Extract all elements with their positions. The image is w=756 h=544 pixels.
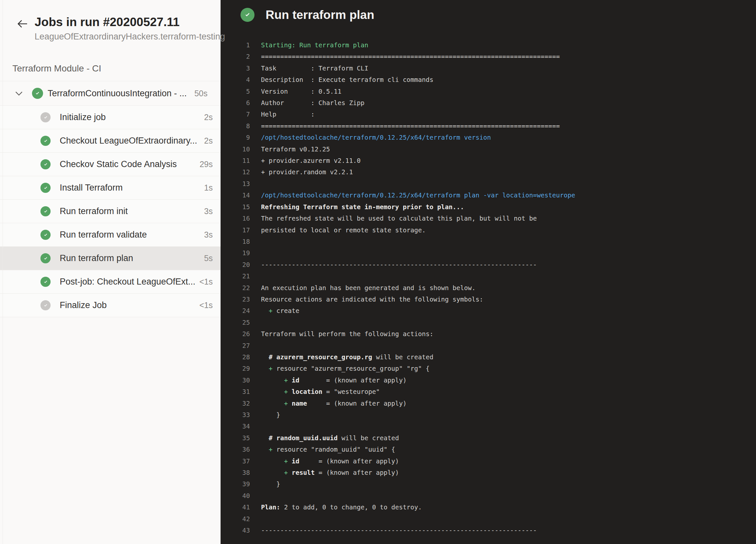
- step-row[interactable]: Install Terraform1s: [0, 176, 221, 200]
- line-number: 3: [221, 63, 250, 74]
- log-text: Help :: [261, 109, 315, 120]
- success-check-icon: [32, 88, 43, 99]
- log-title: Run terraform plan: [266, 8, 374, 22]
- log-line: 1Starting: Run terraform plan: [221, 39, 756, 51]
- log-segment: [261, 377, 284, 384]
- log-segment: will be created: [338, 434, 399, 442]
- line-number: 24: [221, 305, 250, 317]
- log-text: Description : Execute terraform cli comm…: [261, 74, 433, 85]
- line-number: 19: [221, 247, 250, 259]
- log-segment: = (known after apply): [299, 458, 399, 465]
- neutral-check-icon: [40, 112, 51, 122]
- step-label: Checkout LeagueOfExtraordinary...: [60, 136, 204, 146]
- step-row[interactable]: Post-job: Checkout LeagueOfExt...<1s: [0, 270, 221, 294]
- line-number: 15: [221, 201, 250, 213]
- log-line: 42: [221, 513, 756, 525]
- log-segment: Version : 0.5.11: [261, 88, 342, 95]
- log-segment: [261, 353, 269, 361]
- log-segment-green: +: [284, 400, 288, 407]
- step-row[interactable]: Run terraform init3s: [0, 200, 221, 223]
- log-line: 17persisted to local or remote state sto…: [221, 225, 756, 236]
- log-segment: [261, 458, 284, 465]
- log-output[interactable]: 1Starting: Run terraform plan2==========…: [221, 39, 756, 536]
- line-number: 5: [221, 86, 250, 97]
- step-duration: 2s: [204, 136, 213, 146]
- step-duration: 3s: [204, 230, 213, 240]
- log-line: 4Description : Execute terraform cli com…: [221, 74, 756, 85]
- log-text: ----------------------------------------…: [261, 525, 537, 536]
- chevron-down-icon[interactable]: [14, 89, 23, 98]
- step-row[interactable]: Run terraform validate3s: [0, 223, 221, 247]
- log-line: 8=======================================…: [221, 120, 756, 132]
- log-segment-bold: id: [292, 377, 299, 384]
- line-number: 41: [221, 502, 250, 513]
- log-segment-bold: # random_uuid.uuid: [269, 434, 337, 442]
- log-segment-command: /opt/hostedtoolcache/terraform/0.12.25/x…: [261, 134, 491, 141]
- log-text: + location = "westeurope": [261, 386, 380, 397]
- log-segment: [261, 388, 284, 396]
- line-number: 29: [221, 363, 250, 374]
- success-check-icon: [40, 206, 51, 216]
- log-segment: The refreshed state will be used to calc…: [261, 215, 537, 222]
- log-segment: An execution plan has been generated and…: [261, 284, 475, 292]
- line-number: 27: [221, 340, 250, 351]
- job-duration: 50s: [194, 89, 208, 98]
- job-row[interactable]: TerraformContinuousIntegration - ... 50s: [0, 81, 221, 106]
- log-line: 29 + resource "azurerm_resource_group" "…: [221, 363, 756, 374]
- success-check-icon: [40, 230, 51, 240]
- log-text: Resource actions are indicated with the …: [261, 294, 483, 305]
- log-segment: [261, 434, 269, 442]
- step-duration: 29s: [200, 160, 213, 169]
- log-line: 18: [221, 236, 756, 247]
- log-text: Refreshing Terraform state in-memory pri…: [261, 201, 464, 213]
- log-segment: create: [272, 307, 299, 315]
- log-line: 31 + location = "westeurope": [221, 386, 756, 397]
- line-number: 40: [221, 490, 250, 502]
- log-line: 23Resource actions are indicated with th…: [221, 294, 756, 305]
- line-number: 28: [221, 351, 250, 363]
- back-button[interactable]: [15, 17, 29, 31]
- log-text: # azurerm_resource_group.rg will be crea…: [261, 351, 433, 363]
- log-line: 38 + result = (known after apply): [221, 467, 756, 478]
- log-text: + name = (known after apply): [261, 398, 407, 409]
- line-number: 7: [221, 109, 250, 120]
- log-text: Starting: Run terraform plan: [261, 39, 368, 51]
- step-duration: <1s: [199, 277, 213, 287]
- log-segment-green: +: [284, 388, 288, 396]
- line-number: 18: [221, 236, 250, 247]
- log-segment: Help :: [261, 111, 315, 118]
- line-number: 14: [221, 190, 250, 201]
- line-number: 22: [221, 282, 250, 294]
- log-segment-green: +: [269, 307, 272, 315]
- log-text: + id = (known after apply): [261, 456, 399, 467]
- stage-name: Terraform Module - CI: [12, 63, 221, 74]
- log-segment-green: +: [269, 365, 272, 372]
- line-number: 16: [221, 213, 250, 224]
- line-number: 26: [221, 328, 250, 340]
- log-segment: resource "random_uuid" "uuid" {: [272, 446, 395, 453]
- log-segment-bold: Refreshing Terraform state in-memory pri…: [261, 203, 464, 211]
- run-subtitle: LeagueOfExtraordinaryHackers.terraform-t…: [35, 32, 213, 42]
- step-row[interactable]: Initialize job2s: [0, 106, 221, 129]
- log-line: 30 + id = (known after apply): [221, 375, 756, 386]
- log-segment-green: +: [284, 377, 288, 384]
- step-row[interactable]: Checkout LeagueOfExtraordinary...2s: [0, 129, 221, 153]
- line-number: 21: [221, 271, 250, 282]
- line-number: 9: [221, 132, 250, 143]
- log-line: 10Terraform v0.12.25: [221, 144, 756, 155]
- log-text: persisted to local or remote state stora…: [261, 225, 426, 236]
- log-line: 35 # random_uuid.uuid will be created: [221, 432, 756, 444]
- log-segment-bold: location: [292, 388, 322, 396]
- log-segment-bold: Plan:: [261, 504, 280, 511]
- step-row[interactable]: Finalize Job<1s: [0, 294, 221, 317]
- log-text: + id = (known after apply): [261, 375, 407, 386]
- log-segment: [261, 365, 269, 372]
- log-text: }: [261, 478, 280, 490]
- log-segment: Description : Execute terraform cli comm…: [261, 76, 433, 84]
- step-row[interactable]: Run terraform plan5s: [0, 247, 221, 270]
- log-segment: [288, 400, 292, 407]
- log-line: 2=======================================…: [221, 51, 756, 62]
- job-label: TerraformContinuousIntegration - ...: [48, 88, 194, 99]
- log-line: 26Terraform will perform the following a…: [221, 328, 756, 340]
- step-row[interactable]: Checkov Static Code Analysis29s: [0, 153, 221, 176]
